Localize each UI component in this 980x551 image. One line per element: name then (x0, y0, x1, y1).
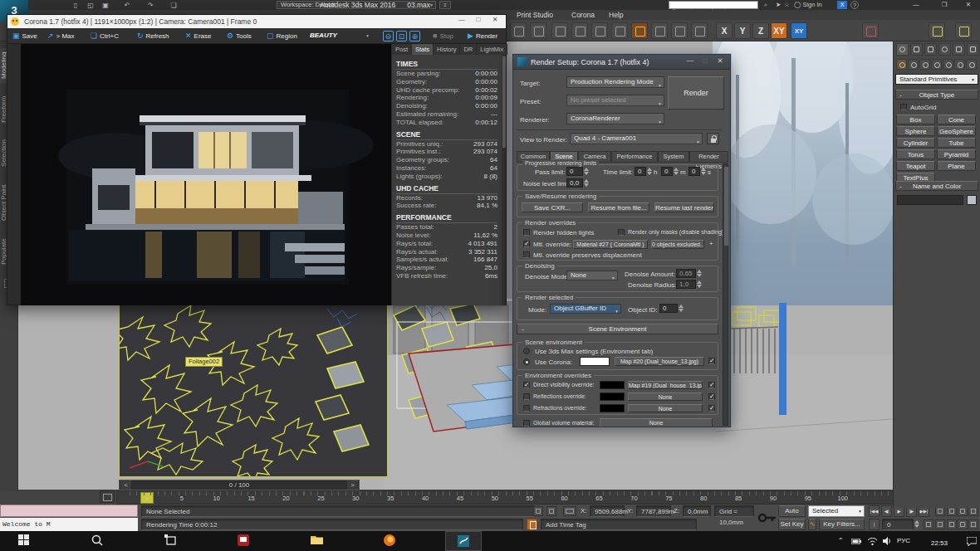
axis-y-button[interactable]: Y (734, 22, 751, 39)
align-icon[interactable] (530, 22, 546, 39)
primitive-category-dropdown[interactable]: Standard Primitives▼ (895, 74, 978, 85)
exclude-plus-icon[interactable]: + (709, 240, 713, 247)
autogrid-checkbox[interactable] (900, 104, 907, 110)
tab-display-icon[interactable] (953, 43, 965, 56)
transform-gizmo-icon[interactable] (563, 506, 576, 516)
global-volume-button[interactable]: None (600, 418, 713, 427)
direct-visibility-map-button[interactable]: Map #19 (Dual_house_13.jpg) (628, 381, 703, 389)
direct-visibility-swatch[interactable] (600, 381, 625, 389)
vfb-titlebar[interactable]: Corona 1.7 (hotfix 4) | 1191×1000px (1:2… (7, 15, 506, 28)
schematic-view-icon[interactable] (611, 22, 628, 39)
direct-visibility-enable-checkbox[interactable] (708, 382, 715, 388)
object-type-rollout[interactable]: - Object Type (895, 90, 978, 100)
mtl-override-material-button[interactable]: Material #27 ( CoronaMtl ) (573, 240, 648, 249)
close-icon[interactable]: ✕ (713, 56, 727, 65)
maxscript-mini-recorder[interactable] (0, 505, 138, 517)
render-setup-dialog[interactable]: Render Setup: Corona 1.7 (hotfix 4) — □ … (512, 54, 731, 427)
reflections-enable-checkbox[interactable] (708, 393, 715, 400)
noise-level-spinner[interactable] (583, 178, 589, 188)
selection-set-dropdown[interactable]: Selected▼ (808, 505, 865, 517)
firefox-icon[interactable] (372, 531, 409, 551)
close-button[interactable]: ✕ (962, 0, 975, 9)
preset-dropdown[interactable]: No preset selected▼ (566, 95, 664, 106)
refractions-swatch[interactable] (600, 404, 625, 412)
new-file-icon[interactable]: ▯ (71, 2, 80, 9)
vfb-erase-button[interactable]: ✕Erase (185, 30, 211, 41)
tab-system[interactable]: System (658, 151, 689, 163)
object-type-button[interactable]: Plane (937, 161, 976, 171)
tab-motion-icon[interactable] (938, 43, 951, 56)
category-systems-icon[interactable] (966, 59, 977, 70)
global-volume-checkbox[interactable] (523, 420, 530, 427)
object-type-button[interactable]: Torus (896, 149, 935, 159)
zoom-out-icon[interactable]: ⊖ (383, 31, 394, 41)
pan-view-icon[interactable] (947, 519, 957, 529)
vfb-to-max-button[interactable]: ↗> Max (47, 30, 75, 41)
object-id-field[interactable]: 0 (659, 304, 678, 313)
add-time-tag[interactable]: Add Time Tag (541, 519, 697, 530)
frame-spinner[interactable] (914, 519, 919, 529)
refractions-override-checkbox[interactable] (523, 405, 530, 412)
denoise-radius-field[interactable]: 1,0 (676, 280, 696, 289)
stats-scrollbar[interactable] (502, 55, 506, 305)
category-helpers-icon[interactable] (943, 59, 953, 70)
task-view-icon[interactable] (153, 531, 189, 551)
active-viewport[interactable]: Foliage002 (119, 301, 388, 477)
key-filters-button[interactable]: Key Filters... (819, 519, 865, 530)
category-lights-icon[interactable] (919, 59, 930, 70)
axis-x-button[interactable]: X (716, 22, 733, 39)
time-limit-h-spinner[interactable] (646, 167, 652, 176)
tab-performance[interactable]: Performance (611, 151, 658, 163)
orbit-icon[interactable] (958, 519, 968, 529)
render-setup-titlebar[interactable]: Render Setup: Corona 1.7 (hotfix 4) — □ … (513, 55, 730, 70)
frame-next-icon[interactable]: > (347, 480, 358, 490)
object-type-button[interactable]: Pyramid (937, 149, 976, 159)
tray-expand-icon[interactable]: ⌃ (834, 531, 847, 551)
refractions-map-button[interactable]: None (628, 404, 703, 412)
noise-level-limit-field[interactable]: 0,0 (566, 178, 583, 188)
exchange-icon[interactable]: X (837, 1, 847, 9)
set-key-button[interactable]: Set Key (778, 519, 806, 530)
corona-vfb-window[interactable]: Corona 1.7 (hotfix 4) | 1191×1000px (1:2… (7, 14, 507, 305)
time-tag-icon[interactable] (527, 519, 537, 530)
maximize-viewport-icon[interactable] (968, 519, 978, 529)
previous-frame-icon[interactable]: ◀| (881, 505, 892, 517)
object-type-button[interactable]: Cylinder (896, 138, 935, 148)
vfb-tab-post[interactable]: Post (392, 44, 412, 55)
restore-button[interactable]: ❐ (938, 0, 951, 9)
track-bar[interactable]: 0510152025303540455055606570758085909510… (116, 490, 970, 505)
denoise-amount-field[interactable]: 0,65 (676, 269, 696, 278)
direct-visibility-checkbox[interactable] (523, 382, 530, 388)
menu-print-studio[interactable]: Print Studio (517, 11, 553, 19)
selection-lock-icon[interactable] (546, 506, 556, 516)
file-explorer-icon[interactable] (299, 531, 336, 551)
reflections-swatch[interactable] (600, 393, 625, 401)
isolate-selection-icon[interactable] (533, 506, 543, 516)
denoise-radius-spinner[interactable] (696, 280, 702, 289)
exclude-objects-button[interactable]: 0 objects excluded... (651, 240, 704, 249)
use-corona-radio[interactable] (523, 358, 530, 365)
key-mode-toggle-icon[interactable]: |◀▶| (869, 519, 880, 530)
vfb-copy-button[interactable]: ❏Ctrl+C (91, 30, 119, 41)
zoom-extents-icon[interactable] (924, 519, 933, 529)
tab-hierarchy-icon[interactable] (924, 43, 937, 56)
open-file-icon[interactable]: ◱ (86, 2, 95, 9)
media-app-icon[interactable] (226, 531, 262, 551)
denoise-mode-dropdown[interactable]: None▼ (566, 271, 618, 280)
volume-icon[interactable] (880, 531, 894, 551)
renderer-dropdown[interactable]: CoronaRenderer▼ (566, 113, 664, 124)
menu-corona[interactable]: Corona (571, 11, 595, 19)
minimize-icon[interactable]: — (684, 56, 697, 65)
help-icon[interactable]: ? (850, 1, 859, 9)
category-geometry-icon[interactable] (896, 59, 907, 70)
resume-last-render-button[interactable]: Resume last render (654, 202, 714, 212)
measure-icon[interactable] (929, 22, 945, 39)
object-type-button[interactable]: Box (896, 115, 935, 124)
object-type-button[interactable]: Teapot (896, 161, 935, 171)
object-type-button[interactable]: Tube (937, 138, 976, 148)
redo-icon[interactable]: ↷ (146, 2, 154, 9)
fetch-icon[interactable]: ❏ (169, 2, 178, 9)
maxscript-mini-listener[interactable]: Welcome to M (0, 518, 138, 531)
share-icon[interactable]: ➤ (776, 1, 781, 9)
zoom-reset-icon[interactable]: ⊡ (396, 31, 407, 41)
